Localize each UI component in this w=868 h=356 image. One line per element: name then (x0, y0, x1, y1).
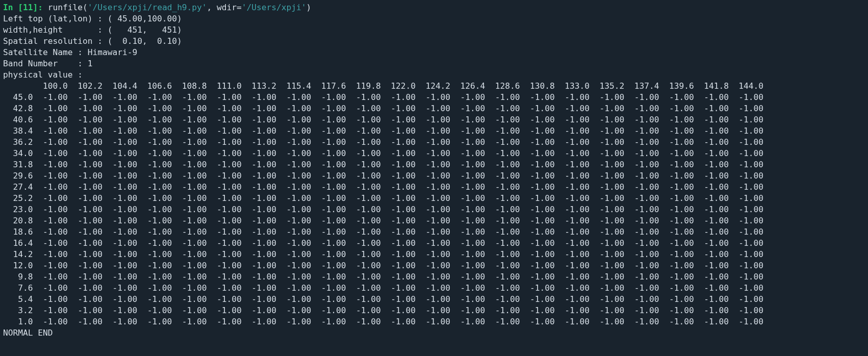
runfile-comma: , wdir= (207, 3, 242, 12)
output-satellite-name: Satellite Name : Himawari-9 (3, 47, 137, 57)
runfile-call-open: runfile( (48, 3, 88, 12)
output-normal-end: NORMAL END (3, 328, 53, 338)
output-lefttop: Left top (lat,lon) : ( 45.00,100.00) (3, 14, 182, 23)
output-physical-value-label: physical value : (3, 70, 83, 80)
output-band-number: Band Number : 1 (3, 59, 92, 68)
runfile-path-arg: '/Users/xpji/read_h9.py' (88, 3, 207, 12)
runfile-wdir-arg: '/Users/xpji' (242, 3, 307, 12)
prompt-close: ]: (33, 3, 47, 12)
prompt-in-label: In [ (3, 3, 23, 12)
prompt-exec-number: 11 (23, 3, 33, 12)
runfile-call-close: ) (307, 3, 312, 12)
output-spatial-resolution: Spatial resolution : ( 0.10, 0.10) (3, 36, 182, 46)
output-data-table: 100.0 102.2 104.4 106.6 108.8 111.0 113.… (3, 81, 763, 326)
output-widthheight: width,height : ( 451, 451) (3, 25, 182, 35)
ipython-console[interactable]: In [11]: runfile('/Users/xpji/read_h9.py… (0, 0, 868, 341)
